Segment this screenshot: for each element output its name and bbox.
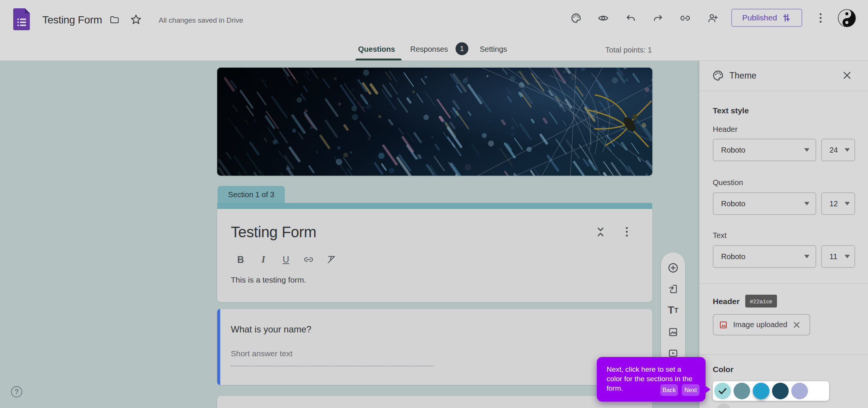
color-swatch[interactable] (734, 383, 750, 399)
theme-panel: Theme Text style Header Roboto 24 Questi… (699, 61, 868, 408)
header-size-value: 24 (829, 146, 838, 155)
question-font-value: Roboto (721, 199, 746, 208)
remove-image-icon[interactable] (792, 321, 801, 329)
account-avatar[interactable] (838, 9, 856, 27)
dropdown-caret-icon (845, 202, 850, 206)
header-image-art (217, 68, 652, 176)
add-question-button[interactable] (667, 262, 679, 274)
section-label: Section 1 of 3 (228, 190, 274, 199)
clear-formatting-button[interactable] (323, 252, 340, 267)
tab-questions[interactable]: Questions (358, 45, 395, 54)
insert-toolbar: TT (661, 252, 685, 369)
more-options-icon[interactable] (820, 13, 822, 23)
dropdown-caret-icon (804, 148, 809, 152)
move-to-folder-icon[interactable] (109, 14, 120, 25)
yin-yang-avatar-image (838, 9, 856, 27)
header-color-hex-badge: #22a1ce (745, 295, 777, 308)
undo-icon[interactable] (625, 12, 636, 24)
customize-theme-icon[interactable] (570, 12, 582, 24)
google-forms-editor: Testing Form All changes saved in Drive (0, 0, 868, 408)
short-answer-placeholder: Short answer text (231, 349, 292, 358)
header-font-select[interactable]: Roboto (713, 139, 816, 161)
form-title-text[interactable]: Testing Form (231, 224, 316, 241)
copy-link-icon[interactable] (680, 12, 691, 24)
color-swatch[interactable] (753, 383, 769, 399)
tooltip-next-button[interactable]: Next (682, 384, 700, 396)
collapse-section-icon[interactable] (595, 226, 606, 238)
selected-question-accent-bar (217, 309, 220, 385)
document-title[interactable]: Testing Form (42, 14, 102, 26)
question-title[interactable]: What is your name? (231, 324, 311, 335)
dropdown-caret-icon (845, 148, 850, 152)
tutorial-tooltip: Next, click here to set a color for the … (597, 357, 706, 402)
next-question-card[interactable] (217, 396, 652, 408)
uploaded-image-icon (719, 320, 728, 329)
responses-count-badge: 1 (456, 42, 468, 55)
add-collaborators-icon[interactable] (707, 12, 718, 24)
add-custom-color-button[interactable]: + (717, 403, 731, 408)
section-header-tab[interactable]: Section 1 of 3 (218, 186, 285, 203)
insert-link-button[interactable] (300, 252, 317, 267)
text-font-value: Roboto (721, 252, 746, 261)
total-points: Total points: 1 (595, 46, 652, 54)
tooltip-back-button[interactable]: Back (660, 384, 678, 396)
preview-icon[interactable] (598, 12, 609, 24)
theme-palette-icon (712, 70, 724, 82)
bold-button[interactable]: B (232, 252, 249, 267)
tooltip-pointer-arrow (705, 386, 710, 393)
color-section-heading: Color (713, 365, 734, 374)
image-chip-label: Image uploaded (733, 320, 787, 329)
color-swatch[interactable] (791, 383, 808, 399)
text-format-toolbar: B I U (232, 252, 340, 267)
text-style-heading: Text style (713, 106, 749, 115)
add-image-button[interactable] (667, 326, 679, 338)
text-font-select[interactable]: Roboto (713, 245, 816, 268)
selected-check-icon (718, 386, 727, 396)
question-card[interactable]: What is your name? Short answer text (217, 309, 652, 385)
form-description[interactable]: This is a testing form. (231, 275, 306, 284)
dropdown-caret-icon (804, 255, 809, 258)
add-title-button[interactable]: TT (667, 304, 679, 317)
question-font-select[interactable]: Roboto (713, 192, 816, 215)
header-size-select[interactable]: 24 (821, 139, 855, 161)
image-uploaded-chip: Image uploaded (713, 314, 810, 335)
published-label: Published (742, 13, 777, 22)
published-button[interactable]: Published (731, 9, 802, 27)
font-row-label-header: Header (713, 125, 738, 134)
import-icon (668, 284, 678, 294)
italic-button[interactable]: I (255, 252, 272, 267)
font-row-label-question: Question (713, 178, 743, 187)
save-status[interactable]: All changes saved in Drive (159, 16, 243, 25)
form-title-card[interactable]: Testing Form B I U This is a testing for… (217, 209, 652, 302)
font-row-label-text: Text (713, 231, 727, 240)
help-button[interactable]: ? (11, 386, 22, 397)
publish-settings-icon (782, 13, 791, 23)
color-swatch-selected[interactable] (714, 383, 731, 399)
google-forms-logo-icon (13, 8, 30, 30)
text-size-select[interactable]: 11 (821, 245, 855, 268)
clear-format-icon (326, 254, 337, 265)
question-size-value: 12 (829, 199, 838, 208)
close-theme-panel-icon[interactable] (842, 70, 852, 80)
theme-panel-title: Theme (729, 71, 757, 81)
tab-settings[interactable]: Settings (480, 45, 507, 54)
underline-button[interactable]: U (278, 252, 294, 267)
header-section-heading: Header (713, 297, 740, 306)
import-questions-button[interactable] (667, 283, 679, 295)
section-more-options-icon[interactable] (626, 227, 628, 236)
title-glyph-small: T (674, 307, 678, 314)
form-header-image[interactable] (217, 68, 652, 176)
color-swatch[interactable] (772, 383, 789, 399)
top-app-bar: Testing Form All changes saved in Drive (0, 0, 868, 61)
image-icon (668, 327, 678, 337)
theme-color-options (713, 381, 829, 401)
question-size-select[interactable]: 12 (821, 192, 855, 215)
tab-responses[interactable]: Responses (410, 45, 448, 54)
redo-icon[interactable] (652, 12, 664, 24)
section-color-strip (217, 203, 652, 209)
title-glyph-large: T (668, 305, 674, 315)
dropdown-caret-icon (804, 202, 809, 206)
star-icon[interactable] (130, 14, 142, 26)
active-tab-underline (355, 59, 402, 60)
answer-underline (231, 366, 434, 366)
